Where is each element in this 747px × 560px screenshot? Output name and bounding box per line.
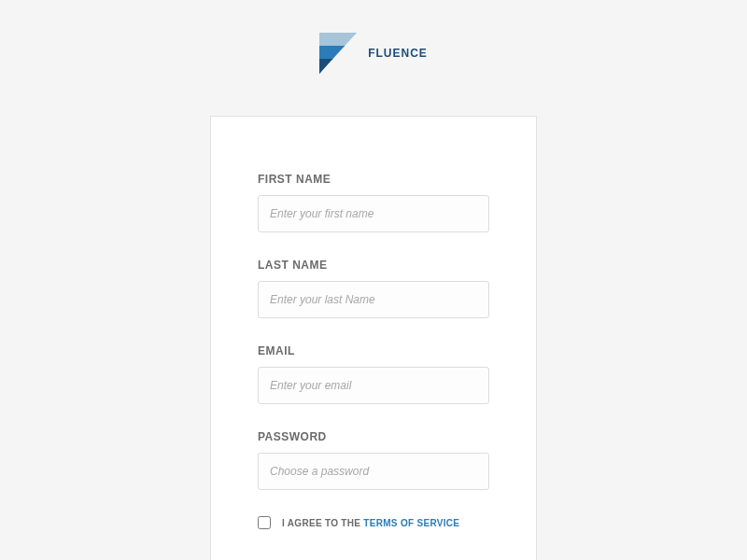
- terms-checkbox[interactable]: [258, 516, 271, 529]
- brand-name: FLUENCE: [368, 47, 428, 60]
- svg-marker-11: [319, 46, 345, 59]
- terms-prefix: I AGREE TO THE: [282, 518, 363, 528]
- svg-marker-12: [319, 59, 333, 74]
- first-name-label: FIRST NAME: [258, 173, 489, 186]
- brand-logo: FLUENCE: [319, 33, 428, 74]
- last-name-label: LAST NAME: [258, 259, 489, 272]
- signup-card: FIRST NAME LAST NAME EMAIL PASSWORD I AG…: [210, 116, 537, 560]
- terms-link[interactable]: TERMS OF SERVICE: [363, 518, 459, 528]
- password-input[interactable]: [258, 453, 489, 490]
- svg-marker-10: [319, 33, 357, 46]
- last-name-input[interactable]: [258, 281, 489, 318]
- email-input[interactable]: [258, 367, 489, 404]
- logo-icon: [319, 33, 357, 74]
- password-label: PASSWORD: [258, 430, 489, 443]
- email-label: EMAIL: [258, 344, 489, 357]
- terms-text: I AGREE TO THE TERMS OF SERVICE: [282, 518, 459, 528]
- first-name-input[interactable]: [258, 195, 489, 232]
